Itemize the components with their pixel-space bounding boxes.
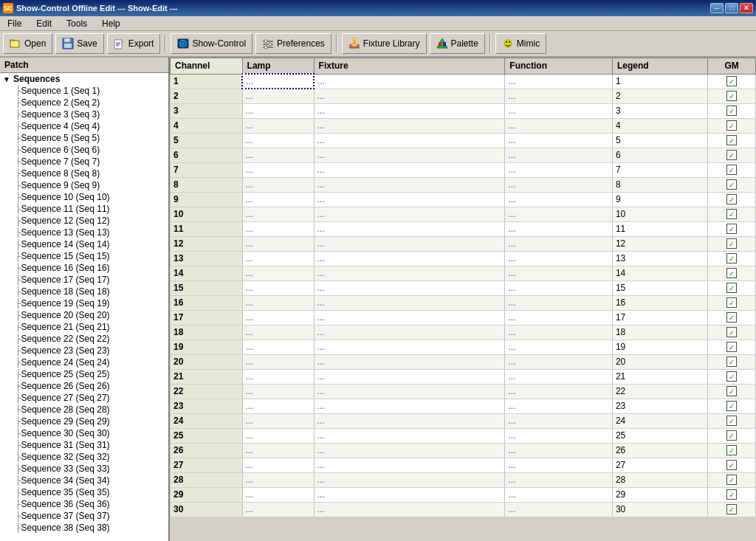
cell-gm[interactable]: ✓ xyxy=(708,369,756,384)
gm-checkbox[interactable]: ✓ xyxy=(711,430,752,441)
cell-function[interactable]: ... xyxy=(505,177,613,192)
cell-gm[interactable]: ✓ xyxy=(708,295,756,310)
tree-item[interactable]: ├ Sequence 2 (Seq 2) xyxy=(0,97,168,108)
cell-lamp[interactable]: ... xyxy=(242,148,314,162)
tree-item[interactable]: ├ Sequence 9 (Seq 9) xyxy=(0,179,168,191)
cell-fixture[interactable]: ... xyxy=(314,266,505,280)
tree-item[interactable]: ├ Sequence 18 (Seq 18) xyxy=(0,286,168,297)
gm-checkbox[interactable]: ✓ xyxy=(711,342,752,352)
tree-root-sequences[interactable]: ▼ Sequences xyxy=(0,73,168,85)
gm-checkbox[interactable]: ✓ xyxy=(711,179,752,190)
menu-file[interactable]: File xyxy=(3,17,26,30)
cell-function[interactable]: ... xyxy=(505,354,613,369)
gm-checkbox[interactable]: ✓ xyxy=(711,489,752,500)
tree-item[interactable]: ├ Sequence 1 (Seq 1) xyxy=(0,85,168,97)
tree-item[interactable]: ├ Sequence 38 (Seq 38) xyxy=(0,522,168,534)
cell-lamp[interactable]: ... xyxy=(242,458,314,472)
table-container[interactable]: Channel Lamp Fixture Function Legend GM … xyxy=(170,58,756,541)
cell-lamp[interactable]: ... xyxy=(242,295,314,310)
cell-fixture[interactable]: ... xyxy=(314,89,505,103)
left-panel-scroll[interactable]: ▼ Sequences ├ Sequence 1 (Seq 1)├ Sequen… xyxy=(0,73,168,541)
gm-checkbox[interactable]: ✓ xyxy=(711,416,752,426)
cell-gm[interactable]: ✓ xyxy=(708,118,756,133)
minimize-button[interactable]: ─ xyxy=(710,3,724,13)
tree-item[interactable]: ├ Sequence 11 (Seq 11) xyxy=(0,203,168,215)
cell-lamp[interactable]: ... xyxy=(242,192,314,207)
cell-fixture[interactable]: ... xyxy=(314,325,505,340)
cell-fixture[interactable]: ... xyxy=(314,310,505,325)
tree-item[interactable]: ├ Sequence 5 (Seq 5) xyxy=(0,132,168,144)
cell-fixture[interactable]: ... xyxy=(314,369,505,384)
cell-function[interactable]: ... xyxy=(505,207,613,221)
gm-checkbox[interactable]: ✓ xyxy=(711,224,752,234)
tree-item[interactable]: ├ Sequence 31 (Seq 31) xyxy=(0,439,168,451)
cell-lamp[interactable]: ... xyxy=(242,487,314,502)
tree-item[interactable]: ├ Sequence 25 (Seq 25) xyxy=(0,368,168,380)
cell-function[interactable]: ... xyxy=(505,325,613,340)
cell-gm[interactable]: ✓ xyxy=(708,162,756,177)
cell-gm[interactable]: ✓ xyxy=(708,472,756,487)
tree-item[interactable]: ├ Sequence 3 (Seq 3) xyxy=(0,108,168,120)
cell-function[interactable]: ... xyxy=(505,340,613,354)
cell-function[interactable]: ... xyxy=(505,221,613,236)
gm-checkbox[interactable]: ✓ xyxy=(711,312,752,323)
cell-fixture[interactable]: ... xyxy=(314,74,505,89)
gm-checkbox[interactable]: ✓ xyxy=(711,135,752,145)
gm-checkbox[interactable]: ✓ xyxy=(711,475,752,485)
cell-gm[interactable]: ✓ xyxy=(708,413,756,428)
cell-fixture[interactable]: ... xyxy=(314,384,505,399)
cell-lamp[interactable]: ... xyxy=(242,340,314,354)
cell-gm[interactable]: ✓ xyxy=(708,133,756,148)
cell-gm[interactable]: ✓ xyxy=(708,487,756,502)
tree-item[interactable]: ├ Sequence 17 (Seq 17) xyxy=(0,274,168,286)
tree-item[interactable]: ├ Sequence 29 (Seq 29) xyxy=(0,416,168,427)
cell-gm[interactable]: ✓ xyxy=(708,340,756,354)
cell-fixture[interactable]: ... xyxy=(314,207,505,221)
gm-checkbox[interactable]: ✓ xyxy=(711,283,752,293)
cell-function[interactable]: ... xyxy=(505,487,613,502)
menu-help[interactable]: Help xyxy=(97,17,125,30)
cell-function[interactable]: ... xyxy=(505,118,613,133)
mimic-button[interactable]: Mimic xyxy=(495,33,546,54)
cell-function[interactable]: ... xyxy=(505,236,613,251)
tree-item[interactable]: ├ Sequence 7 (Seq 7) xyxy=(0,156,168,168)
cell-lamp[interactable]: ... xyxy=(242,118,314,133)
gm-checkbox[interactable]: ✓ xyxy=(711,401,752,411)
cell-function[interactable]: ... xyxy=(505,74,613,89)
cell-function[interactable]: ... xyxy=(505,413,613,428)
tree-item[interactable]: ├ Sequence 23 (Seq 23) xyxy=(0,345,168,356)
cell-lamp[interactable]: ... xyxy=(242,89,314,103)
cell-lamp[interactable]: ... xyxy=(242,236,314,251)
cell-lamp[interactable]: ... xyxy=(242,310,314,325)
tree-item[interactable]: ├ Sequence 15 (Seq 15) xyxy=(0,250,168,262)
tree-item[interactable]: ├ Sequence 36 (Seq 36) xyxy=(0,498,168,510)
cell-gm[interactable]: ✓ xyxy=(708,325,756,340)
cell-gm[interactable]: ✓ xyxy=(708,354,756,369)
save-button[interactable]: Save xyxy=(55,33,103,54)
cell-lamp[interactable]: ... xyxy=(242,221,314,236)
tree-toggle-sequences[interactable]: ▼ xyxy=(3,75,12,83)
tree-item[interactable]: ├ Sequence 37 (Seq 37) xyxy=(0,510,168,522)
gm-checkbox[interactable]: ✓ xyxy=(711,194,752,204)
tree-item[interactable]: ├ Sequence 4 (Seq 4) xyxy=(0,120,168,132)
cell-gm[interactable]: ✓ xyxy=(708,384,756,399)
cell-fixture[interactable]: ... xyxy=(314,251,505,266)
gm-checkbox[interactable]: ✓ xyxy=(711,386,752,396)
tree-item[interactable]: ├ Sequence 33 (Seq 33) xyxy=(0,463,168,475)
cell-function[interactable]: ... xyxy=(505,103,613,118)
cell-fixture[interactable]: ... xyxy=(314,280,505,295)
cell-gm[interactable]: ✓ xyxy=(708,428,756,443)
tree-item[interactable]: ├ Sequence 12 (Seq 12) xyxy=(0,215,168,227)
cell-lamp[interactable]: ... xyxy=(242,280,314,295)
tree-item[interactable]: ├ Sequence 26 (Seq 26) xyxy=(0,380,168,392)
cell-function[interactable]: ... xyxy=(505,89,613,103)
gm-checkbox[interactable]: ✓ xyxy=(711,327,752,337)
cell-gm[interactable]: ✓ xyxy=(708,192,756,207)
cell-function[interactable]: ... xyxy=(505,310,613,325)
cell-fixture[interactable]: ... xyxy=(314,413,505,428)
gm-checkbox[interactable]: ✓ xyxy=(711,253,752,263)
gm-checkbox[interactable]: ✓ xyxy=(711,371,752,382)
cell-function[interactable]: ... xyxy=(505,472,613,487)
gm-checkbox[interactable]: ✓ xyxy=(711,356,752,367)
cell-lamp[interactable]: ... xyxy=(242,354,314,369)
